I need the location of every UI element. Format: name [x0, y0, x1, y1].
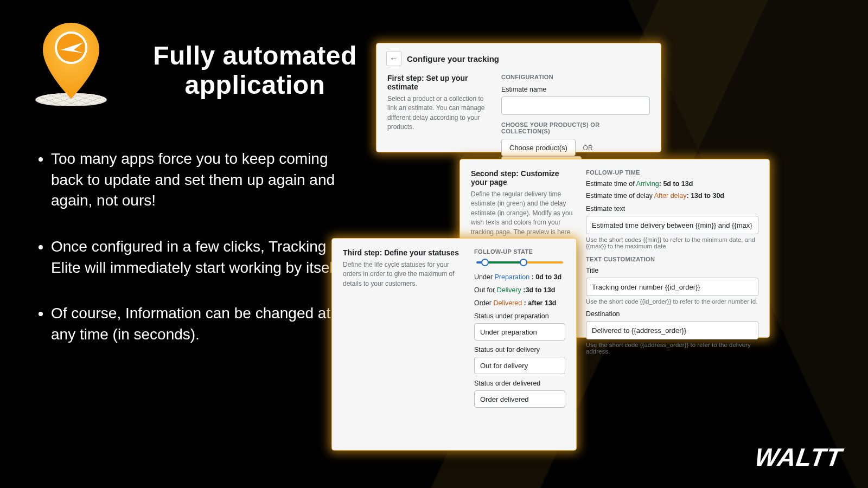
step2-heading: Second step: Customize your page	[471, 169, 573, 187]
bullet-item: Once configured in a few clicks, Trackin…	[51, 236, 356, 278]
status-delivered: Order Delivered : after 13d	[474, 299, 565, 307]
slider-handle-right[interactable]	[520, 259, 527, 266]
status-slider[interactable]	[474, 259, 565, 266]
estimate-text-hint: Use the short codes {{min}} to refer to …	[586, 236, 758, 249]
arriving-line: Estimate time of Arriving: 5d to 13d	[586, 180, 758, 188]
panel1-title: Configure your tracking	[407, 54, 499, 63]
choose-label: CHOOSE YOUR PRODUCT(S) OR COLLECTION(S)	[501, 121, 650, 134]
status-prep-label: Status under preparation	[474, 312, 565, 320]
destination-field-label: Destination	[586, 310, 758, 318]
status-out-label: Status out for delivery	[474, 346, 565, 354]
step1-description: Select a product or a collection to link…	[387, 94, 488, 132]
after-delay-line: Estimate time of delay After delay: 13d …	[586, 192, 758, 200]
title-field-label: Title	[586, 267, 758, 274]
status-out-input[interactable]	[474, 357, 565, 374]
page-title: Fully automated application	[141, 41, 369, 100]
bullet-item: Of course, Information can be changed at…	[51, 303, 356, 345]
estimate-name-label: Estimate name	[501, 86, 650, 93]
bullet-item: Too many apps force you to keep coming b…	[51, 149, 356, 211]
text-customization-label: TEXT CUSTOMIZATION	[586, 256, 758, 262]
status-delivery: Out for Delivery :3d to 13d	[474, 286, 565, 294]
destination-input[interactable]	[586, 321, 758, 339]
estimate-name-input[interactable]	[501, 97, 650, 115]
app-logo	[25, 18, 117, 113]
arrow-left-icon: ←	[390, 54, 398, 63]
panel-step1: ← Configure your tracking First step: Se…	[376, 43, 661, 152]
brand-logo: WALTT	[753, 442, 844, 472]
status-delivered-label: Status order delivered	[474, 380, 565, 387]
followup-time-label: FOLLOW-UP TIME	[586, 169, 758, 176]
step3-description: Define the life cycle statuses for your …	[343, 260, 462, 288]
back-button[interactable]: ←	[386, 51, 401, 66]
status-prep-input[interactable]	[474, 323, 565, 341]
status-delivered-input[interactable]	[474, 390, 565, 408]
or-separator: OR	[583, 144, 593, 152]
followup-state-label: FOLLOW-UP STATE	[474, 248, 565, 255]
title-input[interactable]	[586, 278, 758, 296]
feature-bullets: Too many apps force you to keep coming b…	[36, 149, 356, 370]
status-preparation: Under Preparation : 0d to 3d	[474, 273, 565, 281]
destination-hint: Use the short code {{address_order}} to …	[586, 342, 758, 355]
estimate-text-input[interactable]	[586, 216, 758, 234]
panel-step3: Third step: Define your statuses Define …	[332, 239, 576, 450]
map-pin-icon	[41, 23, 101, 99]
step1-heading: First step: Set up your estimate	[387, 74, 488, 91]
configuration-label: CONFIGURATION	[501, 74, 650, 80]
step3-heading: Third step: Define your statuses	[343, 248, 462, 257]
title-hint: Use the short code {{id_order}} to refer…	[586, 298, 758, 305]
estimate-text-label: Estimate text	[586, 205, 758, 213]
choose-products-button[interactable]: Choose product(s)	[501, 139, 576, 156]
slider-handle-left[interactable]	[481, 259, 489, 266]
